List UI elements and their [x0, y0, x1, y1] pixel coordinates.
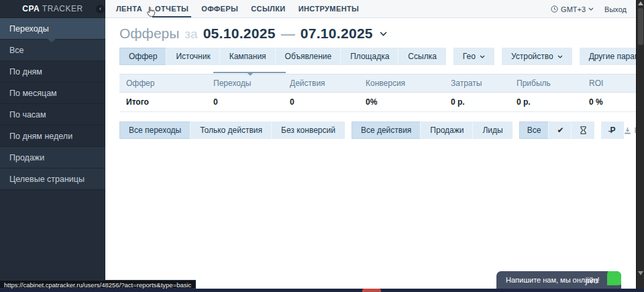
logout-link[interactable]: Выход	[604, 5, 627, 13]
traffic-filter-actions-only[interactable]: Только действия	[191, 121, 272, 139]
dim-tab-ad[interactable]: Объявление	[276, 48, 341, 65]
col-conversion[interactable]: Конверсия	[359, 75, 444, 92]
col-profit[interactable]: Прибыль	[510, 75, 582, 92]
date-from[interactable]: 05.10.2025	[203, 26, 276, 42]
sidebar-item-label: Все	[9, 46, 24, 55]
sidebar-item-label: Переходы	[9, 24, 49, 34]
traffic-filter-all[interactable]: Все переходы	[119, 121, 191, 139]
chevron-down-icon	[380, 32, 387, 36]
timezone-label: GMT+3	[561, 5, 586, 13]
jivo-brand-label: jivo	[585, 275, 598, 285]
dim-tab-link[interactable]: Ссылка	[398, 48, 445, 65]
dimension-filter-row: Оффер Источник Кампания Объявление Площа…	[119, 48, 636, 65]
filter-geo[interactable]: Гео	[453, 48, 494, 65]
logo-bold: CPA	[22, 4, 40, 13]
sidebar-item-sales[interactable]: Продажи	[0, 147, 105, 168]
jivo-chat-widget[interactable]: Напишите нам, мы онлайн! jivo	[496, 271, 621, 289]
timezone-selector[interactable]: GMT+3	[551, 5, 594, 13]
chat-message: Напишите нам, мы онлайн!	[496, 276, 600, 284]
check-icon: ✔	[557, 126, 564, 135]
dim-tab-offer[interactable]: Оффер	[119, 48, 166, 65]
sidebar-item-all[interactable]: Все	[0, 40, 105, 61]
total-profit: 0 р.	[510, 93, 582, 111]
report-entity-label: Офферы	[119, 26, 179, 42]
report-title: Офферы за 05.10.2025 — 07.10.2025	[119, 26, 636, 42]
table-row-total: Итого 0 0 0% 0 р. 0 р. 0 %	[119, 93, 636, 112]
total-transitions: 0	[207, 93, 283, 111]
traffic-filter-no-conversions[interactable]: Без конверсий	[272, 121, 345, 139]
sidebar-item-transitions[interactable]: Переходы	[0, 18, 105, 40]
clock-icon	[551, 5, 558, 13]
tab-offers[interactable]: ОФФЕРЫ	[201, 1, 238, 17]
status-filter-approved[interactable]: ✔	[549, 121, 572, 139]
sidebar-item-by-months[interactable]: По месяцам	[0, 83, 105, 104]
actions-filter-group: Все действия Продажи Лиды	[352, 121, 513, 139]
taskbar-edge	[0, 289, 644, 292]
dim-tab-source[interactable]: Источник	[166, 48, 219, 65]
currency-toggle-rub[interactable]: Р	[601, 121, 624, 139]
download-icon	[624, 127, 631, 134]
scrollbar-down-arrow-icon[interactable]	[638, 271, 643, 275]
bottom-filter-row: Все переходы Только действия Без конверс…	[119, 121, 636, 139]
chevron-down-icon	[557, 55, 563, 58]
tab-feed[interactable]: ЛЕНТА	[116, 1, 142, 17]
total-conversion: 0%	[359, 93, 444, 111]
table-header-row: Оффер Переходы Действия Конверсия Затрат…	[119, 74, 636, 93]
col-offer[interactable]: Оффер	[119, 75, 207, 92]
date-separator: —	[281, 26, 295, 42]
filter-geo-label: Гео	[463, 52, 476, 61]
dim-tab-platform[interactable]: Площадка	[341, 48, 398, 65]
chevron-down-icon	[480, 55, 485, 58]
topnav-right: GMT+3 Выход	[551, 0, 627, 18]
total-costs: 0 р.	[444, 93, 510, 111]
sidebar-item-by-weekdays[interactable]: По дням недели	[0, 126, 105, 147]
status-filter-all[interactable]: Все	[519, 121, 549, 139]
sidebar-collapse-icon[interactable]: ‹	[96, 5, 105, 13]
statusbar-url-tooltip: https://cabinet.cpatracker.ru/users/4825…	[0, 280, 196, 289]
scrollbar-up-arrow-icon[interactable]	[638, 1, 643, 5]
scrollbar-thumb[interactable]	[638, 8, 643, 45]
app-logo: CPA TRACKER	[22, 4, 83, 13]
ruble-icon: Р	[610, 126, 615, 135]
sidebar-header: CPA TRACKER ‹	[0, 0, 105, 18]
main-area: ЛЕНТА ОТЧЕТЫ ОФФЕРЫ ССЫЛКИ ИНСТРУМЕНТЫ G…	[105, 0, 636, 292]
chevron-down-icon	[588, 7, 594, 11]
actions-filter-sales[interactable]: Продажи	[421, 121, 473, 139]
report-table: Оффер Переходы Действия Конверсия Затрат…	[119, 74, 636, 112]
col-roi[interactable]: ROI	[582, 75, 636, 92]
sidebar-item-by-hours[interactable]: По часам	[0, 104, 105, 126]
date-range-dropdown[interactable]	[380, 32, 387, 36]
logo-rest: TRACKER	[40, 4, 83, 13]
sidebar-item-label: Целевые страницы	[9, 175, 85, 184]
dim-tab-campaign[interactable]: Кампания	[220, 48, 276, 65]
sidebar-item-label: По месяцам	[9, 89, 57, 98]
actions-filter-leads[interactable]: Лиды	[473, 121, 512, 139]
sidebar-item-landing-pages[interactable]: Целевые страницы	[0, 168, 105, 190]
traffic-filter-group: Все переходы Только действия Без конверс…	[119, 121, 345, 139]
sidebar-item-label: По дням недели	[9, 132, 72, 141]
taskbar-accent	[362, 289, 381, 292]
col-costs[interactable]: Затраты	[444, 75, 510, 92]
date-to[interactable]: 07.10.2025	[301, 26, 373, 42]
hourglass-icon	[580, 126, 586, 134]
sidebar-item-by-days[interactable]: По дням	[0, 61, 105, 83]
sidebar-item-label: По часам	[9, 110, 46, 119]
total-actions: 0	[283, 93, 359, 111]
col-actions[interactable]: Действия	[283, 75, 359, 92]
filter-device[interactable]: Устройство	[502, 48, 572, 65]
report-content: Офферы за 05.10.2025 — 07.10.2025 Оффер …	[105, 18, 636, 139]
tab-reports[interactable]: ОТЧЕТЫ	[155, 1, 189, 17]
sort-indicator	[213, 72, 286, 73]
ruble-bar	[608, 131, 613, 132]
tab-links[interactable]: ССЫЛКИ	[251, 1, 285, 17]
total-label: Итого	[119, 93, 207, 111]
actions-filter-all[interactable]: Все действия	[352, 121, 421, 139]
col-transitions[interactable]: Переходы	[207, 75, 283, 92]
status-filter-pending[interactable]	[572, 121, 594, 139]
top-navigation: ЛЕНТА ОТЧЕТЫ ОФФЕРЫ ССЫЛКИ ИНСТРУМЕНТЫ G…	[105, 0, 636, 18]
tab-tools[interactable]: ИНСТРУМЕНТЫ	[299, 1, 360, 17]
sidebar-item-label: Продажи	[9, 153, 44, 162]
filter-other-params[interactable]: Другие параметры	[580, 48, 644, 65]
scrollbar[interactable]	[636, 0, 644, 292]
filter-device-label: Устройство	[511, 52, 553, 61]
